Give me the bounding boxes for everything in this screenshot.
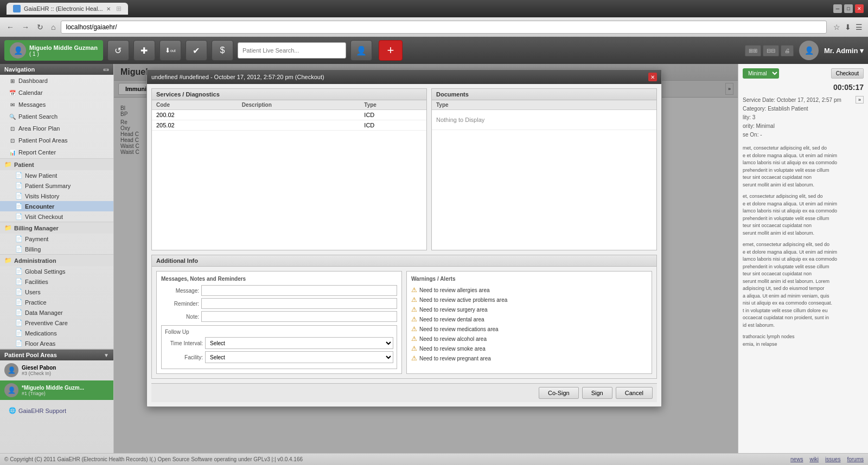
pool-patient-giesel[interactable]: 👤 Giesel Pabon #3 (Check In) — [0, 360, 113, 380]
maximize-btn[interactable]: □ — [844, 4, 853, 13]
status-link-issues[interactable]: issues — [825, 456, 840, 462]
priority-info: ority: Minimal — [743, 122, 864, 131]
pool-collapse-btn[interactable]: ▼ — [104, 352, 109, 358]
browser-tab[interactable]: GaiaEHR :: (Electronic Heal... ✕ ⊞ — [7, 3, 128, 15]
right-panel-expand-btn[interactable]: » — [856, 96, 864, 104]
check-btn[interactable]: ✔ — [186, 40, 207, 61]
sidebar-item-calendar[interactable]: 📅 Calendar — [0, 87, 113, 99]
sidebar-item-floor-areas[interactable]: 📄 Floor Areas — [0, 338, 113, 348]
sidebar-item-payment[interactable]: 📄 Payment — [0, 234, 113, 244]
cancel-btn[interactable]: Cancel — [616, 387, 653, 399]
pool-patient-miguelo[interactable]: 👤 *Miguelo Middle Guzm... #1 (Triage) — [0, 380, 113, 401]
download-icon[interactable]: ⬇ — [844, 22, 852, 33]
sidebar-item-messages[interactable]: ✉ Messages — [0, 99, 113, 111]
close-btn[interactable]: ✕ — [855, 4, 864, 13]
patient-select-btn[interactable]: 👤 — [350, 40, 372, 61]
sidebar-item-facilities[interactable]: 📄 Facilities — [0, 276, 113, 287]
back-btn[interactable]: ← — [4, 22, 16, 33]
patient-badge[interactable]: 👤 Miguelo Middle Guzman ( 1 ) — [4, 40, 103, 61]
history-btn[interactable]: ↺ — [107, 40, 129, 61]
sidebar-item-pool-areas[interactable]: ⊡ Patient Pool Areas — [0, 134, 113, 146]
sidebar-item-data-manager[interactable]: 📄 Data Manager — [0, 307, 113, 318]
pool-info-giesel: Giesel Pabon #3 (Check In) — [22, 365, 56, 376]
pool-info-miguelo: *Miguelo Middle Guzm... #1 (Triage) — [22, 385, 84, 396]
sidebar-item-encounter[interactable]: 📄 Encounter — [0, 201, 113, 211]
sidebar-item-patient-summary[interactable]: 📄 Patient Summary — [0, 180, 113, 191]
medications-label: Medications — [25, 330, 57, 337]
sign-btn[interactable]: Sign — [582, 387, 612, 399]
additional-info-body: Messages, Notes and Reminders Message: R… — [152, 267, 656, 378]
main-layout: Navigation «» ⊞ Dashboard 📅 Calendar ✉ M… — [0, 64, 868, 453]
reload-btn[interactable]: ↻ — [35, 22, 46, 33]
add-encounter-btn[interactable]: ✚ — [133, 40, 155, 61]
browser-titlebar: GaiaEHR :: (Electronic Heal... ✕ ⊞ ─ □ ✕ — [0, 0, 868, 17]
status-link-wiki[interactable]: wiki — [809, 456, 819, 462]
patient-search-input[interactable] — [238, 42, 346, 59]
data-manager-label: Data Manager — [25, 309, 63, 316]
bookmark-icon[interactable]: ☆ — [832, 22, 841, 33]
nav-billing-header[interactable]: 📁 Billing Manager — [0, 222, 113, 234]
sidebar-item-billing[interactable]: 📄 Billing — [0, 244, 113, 254]
status-link-news[interactable]: news — [790, 456, 803, 462]
admin-label[interactable]: Mr. Admin ▾ — [824, 47, 864, 55]
row1-description — [238, 110, 360, 120]
folder-icon: 📁 — [4, 161, 12, 168]
checkout-label-btn[interactable]: Checkout — [831, 68, 864, 79]
tab-favicon — [13, 5, 21, 12]
minimize-btn[interactable]: ─ — [833, 4, 842, 13]
billing-btn[interactable]: $ — [212, 40, 233, 61]
forward-btn[interactable]: → — [20, 22, 31, 33]
services-empty-area — [152, 131, 426, 250]
modal-title: undefined #undefined - October 17, 2012,… — [151, 74, 324, 80]
messages-notes-section: Messages, Notes and Reminders Message: R… — [156, 271, 402, 374]
grid-view-btn[interactable]: ⊞⊞ — [745, 45, 761, 56]
settings-icon[interactable]: ☰ — [854, 22, 864, 33]
sidebar-item-visit-checkout[interactable]: 📄 Visit Checkout — [0, 211, 113, 222]
sidebar-item-report[interactable]: 📊 Report Center — [0, 146, 113, 158]
pool-areas-icon: ⊡ — [9, 137, 16, 144]
sidebar-item-dashboard[interactable]: ⊞ Dashboard — [0, 75, 113, 87]
new-tab-btn[interactable]: ⊞ — [116, 5, 122, 12]
sidebar-item-global-settings[interactable]: 📄 Global Settings — [0, 266, 113, 276]
sidebar-item-preventive-care[interactable]: 📄 Preventive Care — [0, 318, 113, 328]
time-interval-select[interactable]: Select — [205, 337, 393, 349]
sidebar-item-floor-plan[interactable]: ⊡ Area Floor Plan — [0, 122, 113, 134]
nav-billing-label: Billing Manager — [14, 225, 59, 231]
report-icon: 📊 — [9, 148, 16, 156]
facility-select[interactable]: Select — [205, 351, 393, 363]
sidebar-item-users[interactable]: 📄 Users — [0, 287, 113, 297]
sidebar-item-practice[interactable]: 📄 Practice — [0, 297, 113, 307]
sidebar-item-support[interactable]: 🌐 GaiaEHR Support — [0, 405, 113, 416]
patient-header-num: ( 1 ) — [29, 51, 98, 57]
note-input[interactable] — [201, 311, 397, 322]
nav-admin-header[interactable]: 📁 Administration — [0, 255, 113, 266]
sidebar-item-patient-search[interactable]: 🔍 Patient Search — [0, 111, 113, 122]
address-bar[interactable] — [61, 21, 827, 34]
patient-summary-label: Patient Summary — [25, 183, 71, 189]
encounter-label: Encounter — [25, 203, 54, 210]
sidebar-collapse-btn[interactable]: «» — [103, 67, 109, 73]
modal-close-btn[interactable]: ✕ — [648, 73, 657, 81]
floor-plan-icon: ⊡ — [9, 125, 16, 132]
sidebar-item-medications[interactable]: 📄 Medications — [0, 328, 113, 338]
message-input[interactable] — [201, 285, 397, 296]
home-btn[interactable]: ⌂ — [49, 22, 58, 33]
reminder-input[interactable] — [201, 298, 397, 309]
tab-close-btn[interactable]: ✕ — [106, 6, 111, 12]
copyright-text: © Copyright (C) 2011 GaiaEHR (Electronic… — [4, 456, 303, 462]
nav-section-header: Navigation «» — [0, 64, 113, 75]
priority-select[interactable]: Minimal — [743, 68, 779, 79]
nav-patient-header[interactable]: 📁 Patient — [0, 159, 113, 170]
table-row[interactable]: 200.02 ICD — [152, 110, 426, 120]
checkout-icon-btn[interactable]: ⬇out — [159, 40, 181, 61]
list-view-btn[interactable]: ⊟⊟ — [763, 45, 779, 56]
cosign-btn[interactable]: Co-Sign — [539, 387, 579, 399]
table-row[interactable]: 205.02 ICD — [152, 120, 426, 131]
print-btn[interactable]: 🖨 — [781, 45, 794, 56]
add-patient-btn[interactable]: + — [379, 40, 403, 61]
sidebar-item-new-patient[interactable]: 📄 New Patient — [0, 170, 113, 180]
facility-label: Facility: — [165, 354, 203, 360]
right-panel: Minimal Checkout 00:05:17 » Service Date… — [738, 64, 868, 453]
sidebar-item-visits-history[interactable]: 📄 Visits History — [0, 191, 113, 201]
status-link-forums[interactable]: forums — [847, 456, 864, 462]
